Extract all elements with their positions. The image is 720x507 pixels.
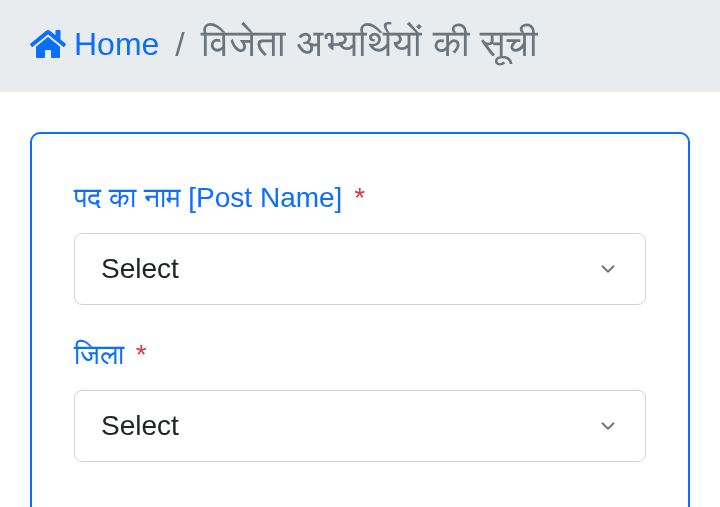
chevron-down-icon <box>597 415 619 437</box>
select-value: Select <box>101 253 179 285</box>
home-icon <box>30 28 66 60</box>
page-title: विजेता अभ्यर्थियों की सूची <box>201 22 539 66</box>
required-marker: * <box>354 182 365 213</box>
post-name-select[interactable]: Select <box>74 233 646 305</box>
district-field: जिला * Select <box>74 339 646 462</box>
post-name-field: पद का नाम [Post Name] * Select <box>74 182 646 305</box>
home-link-label: Home <box>74 26 159 63</box>
home-link[interactable]: Home <box>30 26 159 63</box>
district-select[interactable]: Select <box>74 390 646 462</box>
form-card: पद का नाम [Post Name] * Select जिला * Se… <box>30 132 690 507</box>
post-name-label: पद का नाम [Post Name] * <box>74 182 646 215</box>
field-label-text: पद का नाम [Post Name] <box>74 182 342 213</box>
district-label: जिला * <box>74 339 646 372</box>
select-value: Select <box>101 410 179 442</box>
required-marker: * <box>136 339 147 370</box>
field-label-text: जिला <box>74 339 132 370</box>
breadcrumb: Home / विजेता अभ्यर्थियों की सूची <box>0 0 720 92</box>
breadcrumb-separator: / <box>175 25 184 64</box>
chevron-down-icon <box>597 258 619 280</box>
